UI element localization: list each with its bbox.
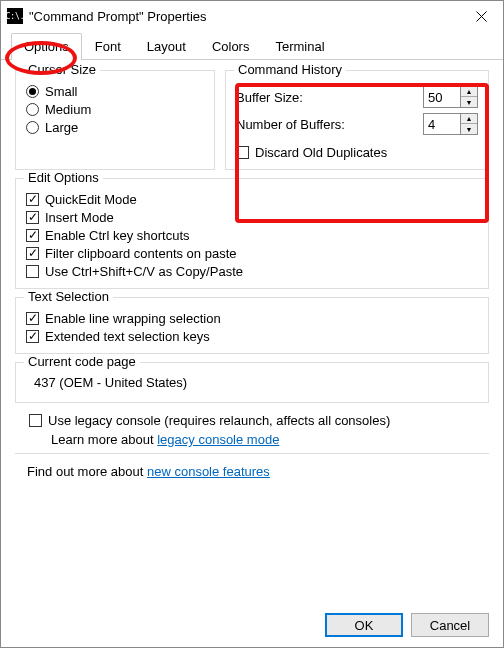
close-icon (476, 11, 487, 22)
tab-panel: Cursor Size Small Medium Large Command H… (1, 60, 503, 485)
radio-large[interactable]: Large (26, 120, 204, 135)
checkbox-icon (26, 247, 39, 260)
buffer-size-label: Buffer Size: (236, 90, 423, 105)
checkbox-icon (26, 211, 39, 224)
radio-label: Small (45, 84, 78, 99)
radio-icon (26, 121, 39, 134)
spin-up-icon[interactable]: ▲ (461, 114, 477, 124)
radio-medium[interactable]: Medium (26, 102, 204, 117)
code-page-value: 437 (OEM - United States) (26, 371, 478, 394)
check-label: Enable Ctrl key shortcuts (45, 228, 190, 243)
titlebar: C:\. "Command Prompt" Properties (1, 1, 503, 31)
code-page-legend: Current code page (24, 354, 140, 369)
button-bar: OK Cancel (325, 613, 489, 637)
tab-font[interactable]: Font (82, 33, 134, 59)
check-ctrl-shortcuts[interactable]: Enable Ctrl key shortcuts (26, 228, 478, 243)
more-text: Find out more about (27, 464, 147, 479)
check-label: Discard Old Duplicates (255, 145, 387, 160)
radio-icon (26, 103, 39, 116)
code-page-group: Current code page 437 (OEM - United Stat… (15, 362, 489, 403)
check-label: Extended text selection keys (45, 329, 210, 344)
spin-up-icon[interactable]: ▲ (461, 87, 477, 97)
buffer-size-spinner[interactable]: ▲▼ (423, 86, 478, 108)
text-selection-group: Text Selection Enable line wrapping sele… (15, 297, 489, 354)
buffer-size-input[interactable] (424, 87, 460, 107)
window-title: "Command Prompt" Properties (29, 9, 459, 24)
tab-terminal[interactable]: Terminal (262, 33, 337, 59)
cmd-icon: C:\. (7, 8, 23, 24)
legacy-learn-text: Learn more about (51, 432, 157, 447)
ok-button[interactable]: OK (325, 613, 403, 637)
radio-label: Medium (45, 102, 91, 117)
checkbox-icon (26, 265, 39, 278)
edit-options-legend: Edit Options (24, 170, 103, 185)
check-label: Use Ctrl+Shift+C/V as Copy/Paste (45, 264, 243, 279)
check-insert[interactable]: Insert Mode (26, 210, 478, 225)
check-ctrlshift-copy[interactable]: Use Ctrl+Shift+C/V as Copy/Paste (26, 264, 478, 279)
checkbox-icon (26, 193, 39, 206)
text-selection-legend: Text Selection (24, 289, 113, 304)
cursor-size-legend: Cursor Size (24, 62, 100, 77)
radio-icon (26, 85, 39, 98)
tab-layout[interactable]: Layout (134, 33, 199, 59)
check-label: Filter clipboard contents on paste (45, 246, 237, 261)
check-line-wrap[interactable]: Enable line wrapping selection (26, 311, 478, 326)
checkbox-icon (26, 312, 39, 325)
checkbox-icon (26, 330, 39, 343)
radio-small[interactable]: Small (26, 84, 204, 99)
check-label: Enable line wrapping selection (45, 311, 221, 326)
check-label: Insert Mode (45, 210, 114, 225)
command-history-legend: Command History (234, 62, 346, 77)
separator (15, 453, 489, 454)
number-buffers-input[interactable] (424, 114, 460, 134)
edit-options-group: Edit Options QuickEdit Mode Insert Mode … (15, 178, 489, 289)
checkbox-icon (26, 229, 39, 242)
check-filter-clipboard[interactable]: Filter clipboard contents on paste (26, 246, 478, 261)
checkbox-icon (236, 146, 249, 159)
check-extended-selection[interactable]: Extended text selection keys (26, 329, 478, 344)
command-history-group: Command History Buffer Size: ▲▼ Number o… (225, 70, 489, 170)
checkbox-icon (29, 414, 42, 427)
check-label: QuickEdit Mode (45, 192, 137, 207)
radio-label: Large (45, 120, 78, 135)
check-legacy-console[interactable]: Use legacy console (requires relaunch, a… (29, 413, 489, 428)
check-label: Use legacy console (requires relaunch, a… (48, 413, 390, 428)
check-discard-duplicates[interactable]: Discard Old Duplicates (236, 145, 478, 160)
tab-options[interactable]: Options (11, 33, 82, 59)
close-button[interactable] (459, 1, 503, 31)
spin-down-icon[interactable]: ▼ (461, 97, 477, 107)
tab-strip: Options Font Layout Colors Terminal (1, 33, 503, 60)
features-link[interactable]: new console features (147, 464, 270, 479)
number-buffers-label: Number of Buffers: (236, 117, 423, 132)
check-quickedit[interactable]: QuickEdit Mode (26, 192, 478, 207)
spin-down-icon[interactable]: ▼ (461, 124, 477, 134)
legacy-link[interactable]: legacy console mode (157, 432, 279, 447)
properties-dialog: C:\. "Command Prompt" Properties Options… (0, 0, 504, 648)
cancel-button[interactable]: Cancel (411, 613, 489, 637)
number-buffers-spinner[interactable]: ▲▼ (423, 113, 478, 135)
cursor-size-group: Cursor Size Small Medium Large (15, 70, 215, 170)
tab-colors[interactable]: Colors (199, 33, 263, 59)
